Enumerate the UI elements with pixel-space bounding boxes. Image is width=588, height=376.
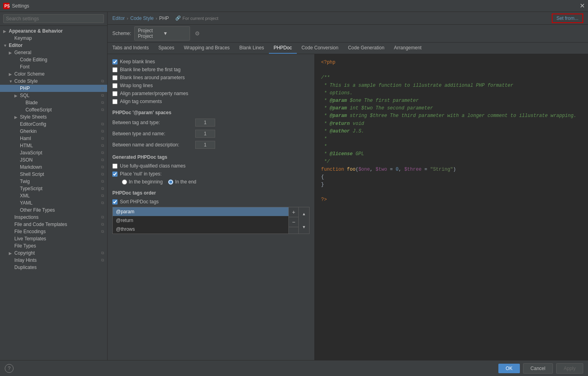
keep-blank-lines-row: Keep blank lines bbox=[112, 59, 310, 64]
between-name-desc-input[interactable] bbox=[195, 141, 215, 149]
cancel-button[interactable]: Cancel bbox=[523, 363, 553, 374]
sidebar-item-file-encodings[interactable]: File Encodings ⧉ bbox=[0, 228, 107, 235]
in-end-label: In the end bbox=[175, 179, 196, 185]
arrow-icon: ▶ bbox=[9, 251, 14, 255]
panel-body: Keep blank lines Blank line before the f… bbox=[108, 54, 588, 360]
copy-icon: ⧉ bbox=[101, 172, 104, 177]
sidebar-item-live-templates[interactable]: Live Templates bbox=[0, 235, 107, 242]
sidebar-item-sql[interactable]: ▶ SQL ⧉ bbox=[0, 92, 107, 99]
close-button[interactable]: ✕ bbox=[580, 2, 585, 10]
sidebar-item-inlay-hints[interactable]: Inlay Hints ⧉ bbox=[0, 257, 107, 264]
sidebar-item-inspections[interactable]: Inspections ⧉ bbox=[0, 214, 107, 221]
in-beginning-radio[interactable] bbox=[122, 179, 127, 185]
sidebar-item-html[interactable]: HTML ⧉ bbox=[0, 142, 107, 149]
copy-icon: ⧉ bbox=[101, 100, 104, 105]
copy-icon: ⧉ bbox=[101, 215, 104, 220]
align-tag-comments-checkbox[interactable] bbox=[112, 99, 118, 104]
between-type-name-input[interactable] bbox=[195, 130, 215, 138]
tag-add-button[interactable]: + bbox=[289, 207, 298, 217]
sidebar-item-editor[interactable]: ▼ Editor bbox=[0, 42, 107, 49]
sidebar-item-file-code-templates[interactable]: File and Code Templates ⧉ bbox=[0, 221, 107, 228]
tab-code-conversion[interactable]: Code Conversion bbox=[297, 43, 343, 54]
blank-lines-around-params-checkbox[interactable] bbox=[112, 75, 118, 80]
sidebar-item-php[interactable]: PHP ⧉ bbox=[0, 85, 107, 92]
sidebar-item-coffeescript[interactable]: CoffeeScript ⧉ bbox=[0, 106, 107, 113]
sidebar-item-label: File and Code Templates bbox=[14, 222, 67, 227]
copy-icon: ⧉ bbox=[101, 251, 104, 255]
breadcrumb-editor[interactable]: Editor bbox=[112, 16, 125, 21]
sidebar-item-code-style[interactable]: ▼ Code Style ⧉ bbox=[0, 78, 107, 85]
between-name-desc-label: Between name and description: bbox=[112, 142, 192, 148]
tab-wrapping-and-braces[interactable]: Wrapping and Braces bbox=[179, 43, 234, 54]
place-null-checkbox[interactable] bbox=[112, 171, 118, 177]
align-param-names-label: Align parameter/property names bbox=[120, 91, 188, 96]
sidebar-item-blade[interactable]: Blade ⧉ bbox=[0, 99, 107, 106]
sidebar-item-yaml[interactable]: YAML ⧉ bbox=[0, 199, 107, 207]
phpdoc-spaces-title: PHPDoc '@param' spaces bbox=[112, 110, 310, 115]
sidebar-item-general[interactable]: ▶ General bbox=[0, 49, 107, 56]
align-tag-comments-label: Align tag comments bbox=[120, 99, 162, 104]
between-type-name-row: Between type and name: bbox=[112, 130, 310, 138]
keep-blank-lines-checkbox[interactable] bbox=[112, 59, 118, 64]
scroll-up-button[interactable]: ▲ bbox=[299, 207, 309, 220]
apply-button[interactable]: Apply bbox=[556, 363, 583, 374]
code-line: * @author J.S. bbox=[321, 128, 582, 135]
sidebar-item-label: Style Sheets bbox=[20, 114, 47, 120]
tab-phpdoc[interactable]: PHPDoc bbox=[269, 43, 297, 54]
sidebar-item-file-types[interactable]: File Types bbox=[0, 242, 107, 249]
align-param-names-checkbox[interactable] bbox=[112, 91, 118, 96]
code-line: } bbox=[321, 181, 582, 189]
tab-tabs-and-indents[interactable]: Tabs and Indents bbox=[108, 43, 153, 54]
sidebar-item-xml[interactable]: XML ⧉ bbox=[0, 192, 107, 199]
sidebar-item-haml[interactable]: Haml ⧉ bbox=[0, 135, 107, 142]
tag-list: @param @return @throws bbox=[112, 207, 289, 234]
tab-spaces[interactable]: Spaces bbox=[153, 43, 179, 54]
sidebar-item-appearance[interactable]: ▶ Appearance & Behavior bbox=[0, 27, 107, 35]
fully-qualified-checkbox[interactable] bbox=[112, 164, 118, 169]
sort-phpdoc-checkbox[interactable] bbox=[112, 199, 118, 205]
sidebar-item-editorconfig[interactable]: EditorConfig ⧉ bbox=[0, 121, 107, 128]
sidebar-item-copyright[interactable]: ▶ Copyright ⧉ bbox=[0, 249, 107, 257]
copy-icon: ⧉ bbox=[101, 186, 104, 191]
between-tag-type-input[interactable] bbox=[195, 119, 215, 127]
gear-button[interactable]: ⚙ bbox=[193, 29, 202, 37]
sidebar-item-style-sheets[interactable]: ▶ Style Sheets bbox=[0, 113, 107, 121]
sidebar-item-font[interactable]: Font bbox=[0, 63, 107, 70]
blank-line-first-tag-checkbox[interactable] bbox=[112, 67, 118, 72]
sidebar-item-label: Other File Types bbox=[20, 207, 55, 213]
sidebar-item-twig[interactable]: Twig ⧉ bbox=[0, 178, 107, 185]
set-from-button[interactable]: Set from... bbox=[552, 14, 583, 23]
arrow-icon: ▶ bbox=[9, 51, 14, 55]
scroll-down-button[interactable]: ▼ bbox=[299, 220, 309, 234]
sidebar-item-other-file-types[interactable]: Other File Types bbox=[0, 207, 107, 214]
sidebar-item-json[interactable]: JSON ⧉ bbox=[0, 156, 107, 164]
sidebar-item-shell-script[interactable]: Shell Script ⧉ bbox=[0, 171, 107, 178]
ok-button[interactable]: OK bbox=[498, 364, 519, 373]
sidebar-item-label: Color Scheme bbox=[14, 71, 45, 77]
sidebar-item-keymap[interactable]: Keymap bbox=[0, 35, 107, 42]
tag-item-return[interactable]: @return bbox=[113, 216, 288, 225]
search-input[interactable] bbox=[3, 14, 104, 23]
breadcrumb-code-style[interactable]: Code Style bbox=[130, 16, 154, 21]
tab-code-generation[interactable]: Code Generation bbox=[343, 43, 389, 54]
tag-order-title: PHPDoc tags order bbox=[112, 190, 310, 196]
tab-blank-lines[interactable]: Blank Lines bbox=[235, 43, 269, 54]
sidebar-item-duplicates[interactable]: Duplicates bbox=[0, 264, 107, 271]
tag-item-throws[interactable]: @throws bbox=[113, 225, 288, 234]
code-line: /** bbox=[321, 74, 582, 82]
main-content: ▶ Appearance & Behavior Keymap ▼ Editor … bbox=[0, 12, 588, 360]
tab-arrangement[interactable]: Arrangement bbox=[389, 43, 426, 54]
sidebar-item-javascript[interactable]: JavaScript ⧉ bbox=[0, 149, 107, 156]
tag-remove-button[interactable]: − bbox=[289, 217, 298, 227]
in-end-radio[interactable] bbox=[168, 179, 173, 185]
sidebar-item-gherkin[interactable]: Gherkin ⧉ bbox=[0, 128, 107, 135]
tag-item-param[interactable]: @param bbox=[113, 207, 288, 216]
sidebar-item-color-scheme[interactable]: ▶ Color Scheme bbox=[0, 70, 107, 78]
sidebar-item-markdown[interactable]: Markdown ⧉ bbox=[0, 164, 107, 171]
help-button[interactable]: ? bbox=[5, 364, 14, 373]
wrap-long-lines-checkbox[interactable] bbox=[112, 83, 118, 88]
tag-scroll-buttons: ▲ ▼ bbox=[299, 207, 310, 234]
scheme-select[interactable]: Project Project ▼ bbox=[134, 26, 190, 41]
sidebar-item-code-editing[interactable]: Code Editing bbox=[0, 56, 107, 63]
sidebar-item-typescript[interactable]: TypeScript ⧉ bbox=[0, 185, 107, 192]
